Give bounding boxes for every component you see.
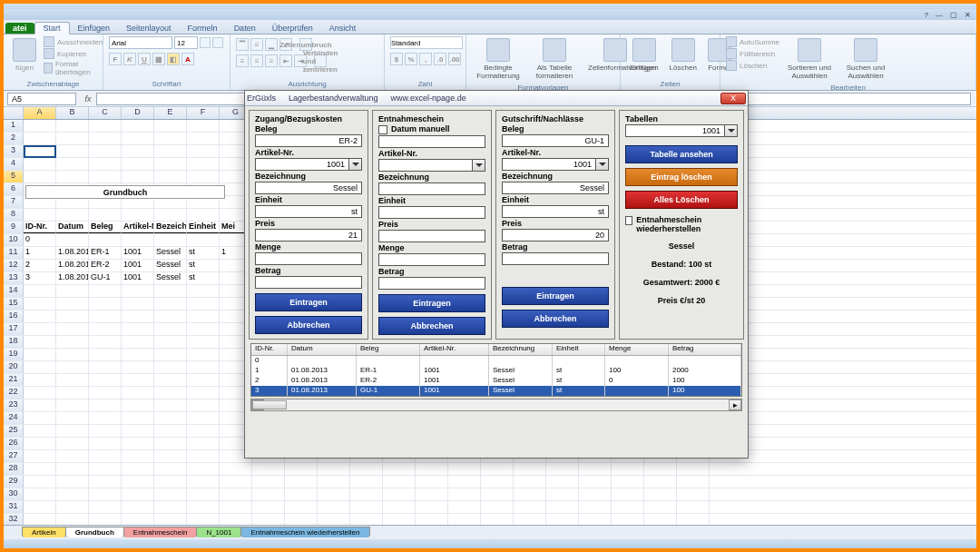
align-bot[interactable]: ▁ [265, 38, 278, 51]
cell[interactable] [514, 514, 546, 525]
inc-dec[interactable]: .0 [434, 53, 446, 65]
cell[interactable] [187, 399, 220, 411]
bold-button[interactable]: F [109, 53, 122, 65]
cell[interactable] [122, 209, 154, 221]
alles-loeschen-button[interactable]: Alles Löschen [625, 191, 738, 209]
sheet-tab[interactable]: Entnahmeschein wiederherstellen [240, 527, 369, 537]
cell[interactable] [612, 501, 644, 513]
cell[interactable] [644, 476, 677, 488]
cell[interactable] [56, 145, 89, 157]
cell[interactable] [89, 349, 122, 360]
align-mid[interactable]: ≡ [250, 38, 263, 51]
cell[interactable] [24, 387, 56, 399]
cell[interactable] [122, 298, 154, 310]
cell[interactable] [154, 425, 187, 437]
cell[interactable] [89, 374, 122, 386]
cell[interactable] [187, 145, 220, 157]
cell[interactable] [220, 514, 252, 525]
cell[interactable] [187, 463, 220, 475]
cell[interactable] [56, 171, 89, 182]
tab-seitenlayout[interactable]: Seitenlayout [118, 23, 180, 34]
col-header-B[interactable]: B [56, 107, 89, 119]
cell[interactable] [252, 476, 285, 488]
cell[interactable] [644, 488, 677, 500]
cell[interactable] [122, 514, 154, 525]
cell[interactable] [187, 501, 220, 513]
cell[interactable] [187, 171, 220, 182]
cell[interactable] [252, 463, 285, 475]
cell[interactable] [677, 463, 710, 475]
cell[interactable] [56, 476, 89, 488]
cond-format-button[interactable]: Bedingte Formatierung [472, 36, 524, 82]
cell[interactable] [56, 349, 89, 360]
cell[interactable] [318, 514, 350, 525]
sheet-tab[interactable]: Entnahmeschein [123, 527, 198, 537]
tab-ansicht[interactable]: Ansicht [321, 23, 365, 34]
cell[interactable] [154, 514, 187, 525]
cell[interactable] [122, 450, 154, 462]
comma[interactable]: , [419, 53, 432, 65]
cell[interactable] [122, 476, 154, 488]
cell[interactable] [24, 323, 56, 335]
cell[interactable] [122, 310, 154, 322]
font-color-button[interactable]: A [181, 53, 194, 65]
userform-menu-2[interactable]: Lagerbestandverwaltung [289, 94, 391, 103]
cell[interactable] [154, 133, 187, 144]
cell[interactable] [187, 323, 220, 335]
dropdown-icon[interactable] [473, 159, 485, 172]
row-header[interactable]: 7 [4, 196, 24, 208]
listview-grundbuch[interactable]: ID-Nr. Datum Beleg Artikel-Nr. Bezeichnu… [250, 343, 742, 397]
dropdown-icon[interactable] [349, 158, 362, 171]
cell[interactable] [56, 514, 89, 525]
cell[interactable]: Sessel [154, 272, 187, 284]
cell[interactable] [350, 514, 383, 525]
zugang-eintragen-button[interactable]: Eintragen [255, 293, 362, 311]
cell[interactable] [220, 476, 252, 488]
cell[interactable]: Sessel [154, 247, 187, 259]
cell[interactable] [187, 234, 220, 246]
cell[interactable]: ID-Nr. [24, 222, 56, 233]
col-header-E[interactable]: E [154, 107, 187, 119]
gutschrift-preis-field[interactable]: 20 [502, 229, 609, 242]
find-select-button[interactable]: Suchen und Auswählen [839, 36, 892, 82]
entnahme-art-select[interactable] [378, 159, 473, 172]
cell[interactable] [122, 285, 154, 297]
entnahme-menge-field[interactable] [378, 253, 485, 266]
cell[interactable] [383, 476, 416, 488]
cell[interactable] [154, 488, 187, 500]
cell[interactable] [89, 209, 122, 221]
row-header[interactable]: 4 [4, 158, 24, 170]
number-format[interactable] [390, 36, 463, 49]
cell[interactable] [154, 234, 187, 246]
cell[interactable] [187, 158, 220, 170]
sheet-tab[interactable]: Grundbuch [65, 527, 124, 537]
row-header[interactable]: 24 [4, 412, 24, 424]
cell[interactable] [154, 310, 187, 322]
tabellen-select[interactable]: 1001 [625, 124, 725, 137]
sort-filter-button[interactable]: Sortieren und Auswählen [783, 36, 836, 82]
list-row[interactable]: 101.08.2013ER-11001Sesselst1002000 [251, 366, 741, 376]
shrink-font-icon[interactable] [212, 37, 223, 48]
cell[interactable] [56, 488, 89, 500]
cell[interactable] [56, 120, 89, 132]
cell[interactable] [154, 501, 187, 513]
font-size[interactable] [174, 36, 198, 49]
cell[interactable] [285, 463, 318, 475]
cell[interactable] [122, 488, 154, 500]
userform-menu-3[interactable]: www.excel-npage.de [391, 94, 479, 103]
fill-color-button[interactable]: ◧ [167, 53, 180, 65]
row-header[interactable]: 2 [4, 133, 24, 144]
grow-font-icon[interactable] [200, 37, 211, 48]
cell[interactable] [481, 463, 514, 475]
cell[interactable] [448, 501, 481, 513]
cell[interactable]: 1001 [122, 272, 154, 284]
row-header[interactable]: 26 [4, 438, 24, 449]
cell[interactable] [24, 171, 56, 182]
tab-einfuegen[interactable]: Einfügen [70, 23, 119, 34]
row-header[interactable]: 32 [4, 514, 24, 525]
zugang-beleg-field[interactable]: ER-2 [255, 134, 362, 147]
cell[interactable] [416, 488, 448, 500]
cell[interactable] [122, 133, 154, 144]
cell[interactable] [56, 234, 89, 246]
cell[interactable] [187, 310, 220, 322]
